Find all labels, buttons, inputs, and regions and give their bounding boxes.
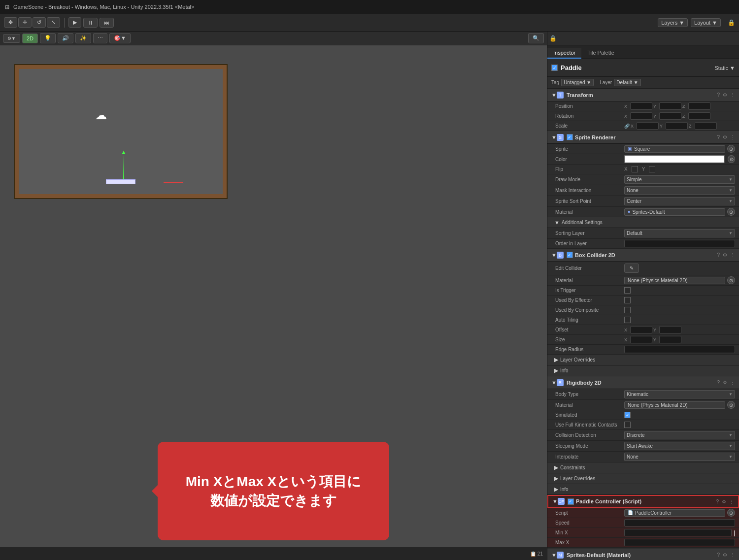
2d-toggle[interactable]: 2D: [22, 33, 38, 43]
rb-material-field[interactable]: None (Physics Material 2D): [624, 401, 725, 409]
color-picker[interactable]: [624, 155, 725, 163]
interpolate-dropdown[interactable]: None ▼: [624, 453, 735, 461]
paddle-controller-header[interactable]: ▼ C# ✓ Paddle Controller (Script) ? ⚙ ⋮: [547, 495, 739, 508]
rotate-tool[interactable]: ↺: [33, 17, 46, 28]
transform-help[interactable]: ?: [717, 92, 720, 98]
edit-collider-button[interactable]: ✎: [624, 264, 639, 273]
fx-toggle[interactable]: ✨: [75, 33, 91, 43]
transform-settings[interactable]: ⚙: [723, 92, 727, 98]
bc-info-header[interactable]: ▶ Info: [547, 365, 739, 376]
max-x-input[interactable]: 7.5: [624, 539, 735, 546]
paddle-controller-enabled[interactable]: ✓: [568, 498, 574, 505]
transform-tool[interactable]: ✥: [4, 17, 17, 28]
scale-tool[interactable]: ⤡: [47, 17, 60, 28]
sdm-menu[interactable]: ⋮: [730, 552, 735, 558]
bc-settings[interactable]: ⚙: [723, 252, 727, 258]
sprite-renderer-header[interactable]: ▼ S ✓ Sprite Renderer ? ⚙ ⋮: [547, 131, 739, 144]
bc-help[interactable]: ?: [717, 252, 720, 258]
pos-z-input[interactable]: 0: [688, 102, 710, 110]
inspector-lock[interactable]: 🔒: [549, 35, 557, 42]
box-collider-header[interactable]: ▼ B ✓ Box Collider 2D ? ⚙ ⋮: [547, 249, 739, 262]
draw-mode-dropdown[interactable]: Simple ▼: [624, 175, 735, 184]
rigidbody-header[interactable]: ▼ R Rigidbody 2D ? ⚙ ⋮: [547, 376, 739, 389]
flip-y-checkbox[interactable]: [649, 166, 655, 172]
rb-menu[interactable]: ⋮: [730, 380, 735, 385]
mask-interaction-dropdown[interactable]: None ▼: [624, 186, 735, 195]
rot-x-input[interactable]: 0: [630, 112, 652, 120]
sr-menu[interactable]: ⋮: [730, 134, 735, 140]
order-in-layer-input[interactable]: 0: [624, 240, 735, 247]
sr-material-field[interactable]: ● Sprites-Default: [624, 208, 725, 216]
offset-x-input[interactable]: 0: [630, 326, 652, 333]
gizmos-toggle[interactable]: 🎯▼: [109, 33, 131, 43]
auto-tiling-checkbox[interactable]: [624, 317, 631, 323]
sprite-picker[interactable]: ⊙: [727, 145, 735, 153]
size-y-input[interactable]: 1: [659, 336, 681, 343]
bc-material-picker[interactable]: ⊙: [727, 276, 735, 284]
sprite-field[interactable]: ▣ Square: [624, 145, 725, 153]
pc-settings[interactable]: ⚙: [722, 499, 726, 504]
bc-layer-overrides-header[interactable]: ▶ Layer Overrides: [547, 355, 739, 365]
layers-dropdown[interactable]: Layers ▼: [658, 18, 688, 27]
used-by-composite-checkbox[interactable]: [624, 307, 631, 313]
layer-dropdown[interactable]: Default ▼: [614, 79, 640, 86]
scene-view-tools[interactable]: ⚙▼: [3, 34, 20, 43]
static-dropdown-arrow[interactable]: ▼: [730, 65, 735, 71]
color-picker-btn[interactable]: ⊙: [728, 155, 735, 163]
sr-help[interactable]: ?: [717, 134, 720, 140]
edge-radius-input[interactable]: 0: [624, 346, 735, 353]
move-tool[interactable]: ✛: [18, 17, 32, 28]
transform-header[interactable]: ▼ T Transform ? ⚙ ⋮: [547, 89, 739, 101]
pc-menu[interactable]: ⋮: [729, 499, 734, 504]
rb-material-picker[interactable]: ⊙: [727, 401, 735, 409]
transform-menu[interactable]: ⋮: [730, 92, 735, 98]
step-button[interactable]: ⏭: [100, 18, 114, 28]
is-trigger-checkbox[interactable]: [624, 287, 631, 294]
tab-inspector[interactable]: Inspector: [547, 48, 581, 59]
sr-settings[interactable]: ⚙: [723, 134, 727, 140]
search-scene[interactable]: 🔍: [528, 33, 544, 43]
sleeping-mode-dropdown[interactable]: Start Awake ▼: [624, 442, 735, 450]
sr-material-picker[interactable]: ⊙: [727, 208, 735, 216]
min-x-input[interactable]: -7.5: [624, 529, 732, 536]
go-active-checkbox[interactable]: ✓: [551, 65, 558, 71]
flip-x-checkbox[interactable]: [632, 166, 638, 172]
used-by-effector-checkbox[interactable]: [624, 297, 631, 303]
script-picker[interactable]: ⊙: [727, 509, 735, 517]
additional-settings-header[interactable]: ▼ Additional Settings: [547, 217, 739, 228]
body-type-dropdown[interactable]: Kinematic ▼: [624, 390, 735, 398]
scale-z-input[interactable]: 1: [695, 122, 717, 130]
rb-layer-overrides-header[interactable]: ▶ Layer Overrides: [547, 473, 739, 484]
script-field[interactable]: 📄 PaddleController: [624, 509, 725, 517]
sdm-help[interactable]: ?: [717, 552, 720, 558]
simulated-checkbox[interactable]: ✓: [624, 412, 631, 418]
full-kinematic-checkbox[interactable]: [624, 422, 631, 428]
rb-constraints-header[interactable]: ▶ Constraints: [547, 462, 739, 473]
scale-x-input[interactable]: 2: [637, 122, 659, 130]
scene-view[interactable]: ☁ Min XとMax Xという項目に数値が設定できます 📋 21: [0, 45, 547, 560]
sorting-layer-dropdown[interactable]: Default ▼: [624, 229, 735, 237]
size-x-input[interactable]: 1: [630, 336, 652, 343]
rb-info-header[interactable]: ▶ Info: [547, 484, 739, 495]
rot-y-input[interactable]: 0: [659, 112, 681, 120]
scale-y-input[interactable]: 0.5: [666, 122, 688, 130]
speed-input[interactable]: 10: [624, 519, 735, 527]
audio-toggle[interactable]: 🔊: [58, 33, 73, 43]
pos-x-input[interactable]: 0: [630, 102, 652, 110]
tab-tile-palette[interactable]: Tile Palette: [581, 48, 620, 59]
scene-options[interactable]: ⋯: [93, 33, 107, 43]
collision-detection-dropdown[interactable]: Discrete ▼: [624, 431, 735, 439]
bc-menu[interactable]: ⋮: [730, 252, 735, 258]
tag-dropdown[interactable]: Untagged ▼: [561, 79, 594, 86]
sprite-renderer-enabled[interactable]: ✓: [567, 134, 573, 140]
layout-dropdown[interactable]: Layout ▼: [691, 18, 721, 27]
pause-button[interactable]: ⏸: [83, 18, 98, 28]
rb-help[interactable]: ?: [717, 380, 720, 385]
pc-help[interactable]: ?: [716, 499, 719, 504]
pos-y-input[interactable]: -4.5: [659, 102, 681, 110]
bc-material-field[interactable]: None (Physics Material 2D): [624, 277, 725, 284]
play-button[interactable]: ▶: [68, 17, 81, 28]
sprites-default-material-header[interactable]: ▼ M Sprites-Default (Material) ? ⚙ ⋮: [547, 549, 739, 560]
box-collider-enabled[interactable]: ✓: [567, 252, 573, 258]
rot-z-input[interactable]: 0: [688, 112, 710, 120]
